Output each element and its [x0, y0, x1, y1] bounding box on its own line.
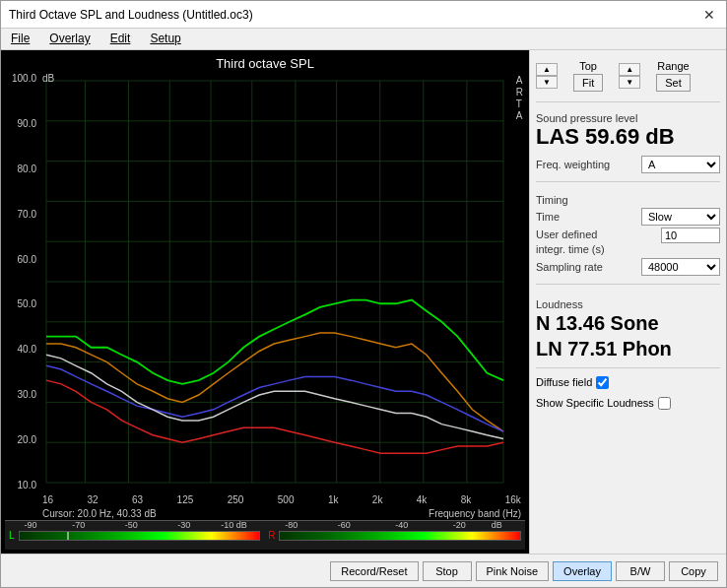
y-label-30: 30.0 — [18, 389, 36, 400]
range-spin-pair: ▲ ▼ — [619, 63, 640, 89]
menu-edit[interactable]: Edit — [104, 31, 137, 47]
y-label-80: 80.0 — [18, 163, 36, 174]
chart-container: Third octave SPL 100.0 90.0 80.0 70.0 60… — [1, 50, 529, 554]
x-1k: 1k — [328, 494, 339, 505]
L-bar: -90 -70 -50 -30 -10 dB — [19, 531, 261, 541]
loudness-ln: LN 77.51 Phon — [536, 336, 720, 361]
x-axis-area: 16 32 63 125 250 500 1k 2k 4k 8k 16k — [5, 492, 525, 507]
top-spin-buttons: ▲ ▼ — [536, 63, 558, 89]
freq-weighting-row: Freq. weighting A B C Z — [536, 156, 720, 173]
timing-section: Timing Time Slow Fast Impulse User defin… — [536, 190, 720, 278]
x-125: 125 — [177, 494, 194, 505]
y-label-100: 100.0 — [12, 73, 36, 84]
time-label: Time — [536, 211, 560, 223]
cursor-label: Cursor: 20.0 Hz, 40.33 dB — [42, 508, 157, 519]
record-reset-button[interactable]: Record/Reset — [330, 561, 418, 581]
y-label-60: 60.0 — [18, 254, 36, 265]
time-select[interactable]: Slow Fast Impulse — [641, 208, 720, 226]
menu-file[interactable]: File — [5, 31, 35, 47]
overlay-button[interactable]: Overlay — [553, 561, 612, 581]
bottom-buttons: Record/Reset Stop Pink Noise Overlay B/W… — [1, 554, 726, 587]
db-bar: L -90 -70 -50 -30 -10 dB R -80 -60 -40 — [5, 520, 525, 550]
title-bar: Third Octave SPL and Loudness (Untitled.… — [1, 1, 726, 29]
sampling-rate-label: Sampling rate — [536, 261, 603, 273]
diffuse-field-row: Diffuse field — [536, 376, 720, 389]
chart-canvas-area: ARTA dB — [38, 71, 525, 492]
divider-2 — [536, 181, 720, 182]
bw-button[interactable]: B/W — [616, 561, 665, 581]
cursor-info: Cursor: 20.0 Hz, 40.33 dB Frequency band… — [5, 507, 525, 520]
fit-button[interactable]: Fit — [573, 74, 603, 92]
sampling-rate-row: Sampling rate 48000 44100 96000 — [536, 258, 720, 276]
menu-bar: File Overlay Edit Setup — [1, 29, 726, 50]
sampling-rate-select[interactable]: 48000 44100 96000 — [641, 258, 720, 276]
diffuse-field-label: Diffuse field — [536, 376, 592, 388]
top-range-controls: ▲ ▼ Top Fit ▲ ▼ Range Set — [536, 56, 720, 96]
x-axis-spacer — [5, 494, 38, 505]
loudness-n: N 13.46 Sone — [536, 310, 720, 336]
top-label: Top — [579, 60, 597, 72]
y-label-50: 50.0 — [18, 298, 36, 309]
diffuse-field-checkbox[interactable] — [596, 376, 609, 389]
stop-button[interactable]: Stop — [423, 561, 472, 581]
L-marker — [67, 532, 69, 540]
user-defined-row: User defined integr. time (s) — [536, 228, 720, 256]
main-window: Third Octave SPL and Loudness (Untitled.… — [0, 0, 727, 588]
top-down-button[interactable]: ▼ — [536, 76, 558, 89]
R-bar: -80 -60 -40 -20 dB — [279, 531, 521, 541]
close-button[interactable]: ✕ — [700, 6, 718, 24]
spl-value: LAS 59.69 dB — [536, 124, 720, 150]
timing-label: Timing — [536, 194, 720, 206]
copy-button[interactable]: Copy — [669, 561, 718, 581]
range-label: Range — [657, 60, 689, 72]
range-down-button[interactable]: ▼ — [619, 76, 640, 89]
chart-inner: Third octave SPL 100.0 90.0 80.0 70.0 60… — [5, 54, 525, 550]
top-label-group: Top Fit — [573, 60, 603, 92]
show-specific-row: Show Specific Loudness — [536, 397, 720, 410]
right-panel: ▲ ▼ Top Fit ▲ ▼ Range Set — [529, 50, 726, 554]
chart-title: Third octave SPL — [5, 54, 525, 71]
user-defined-input[interactable] — [661, 228, 720, 243]
loudness-section: Loudness N 13.46 Sone LN 77.51 Phon — [536, 294, 720, 361]
divider-4 — [536, 367, 720, 368]
window-title: Third Octave SPL and Loudness (Untitled.… — [9, 8, 253, 22]
x-4k: 4k — [417, 494, 428, 505]
loudness-label: Loudness — [536, 298, 720, 310]
top-spin-pair: ▲ ▼ — [536, 63, 558, 89]
set-button[interactable]: Set — [656, 74, 691, 92]
x-8k: 8k — [461, 494, 472, 505]
arta-label: ARTA — [516, 75, 523, 122]
x-16: 16 — [42, 494, 53, 505]
menu-setup[interactable]: Setup — [144, 31, 186, 47]
x-2k: 2k — [372, 494, 383, 505]
freq-weighting-select[interactable]: A B C Z — [641, 156, 720, 173]
range-spin-buttons: ▲ ▼ — [619, 63, 640, 89]
cursor-value: 20.0 Hz, 40.33 dB — [78, 508, 157, 519]
db-axis-label: dB — [42, 73, 54, 84]
divider-3 — [536, 284, 720, 285]
y-label-20: 20.0 — [18, 434, 36, 445]
top-up-button[interactable]: ▲ — [536, 63, 558, 76]
y-label-10: 10.0 — [18, 480, 36, 490]
y-label-40: 40.0 — [18, 344, 36, 355]
show-specific-checkbox[interactable] — [658, 397, 671, 410]
chart-wrapper: 100.0 90.0 80.0 70.0 60.0 50.0 40.0 30.0… — [5, 71, 525, 492]
y-label-70: 70.0 — [18, 209, 36, 220]
show-specific-label: Show Specific Loudness — [536, 397, 654, 409]
y-label-90: 90.0 — [18, 118, 36, 129]
spl-section: Sound pressure level LAS 59.69 dB — [536, 108, 720, 150]
chart-canvas — [38, 71, 525, 492]
freq-band-label: Frequency band (Hz) — [429, 508, 521, 519]
user-defined-label: User defined integr. time (s) — [536, 228, 625, 256]
x-63: 63 — [132, 494, 143, 505]
L-label: L — [9, 530, 15, 541]
spl-section-label: Sound pressure level — [536, 112, 720, 124]
range-label-group: Range Set — [656, 60, 691, 92]
menu-overlay[interactable]: Overlay — [43, 31, 96, 47]
pink-noise-button[interactable]: Pink Noise — [476, 561, 550, 581]
divider-1 — [536, 101, 720, 102]
R-label: R — [268, 530, 275, 541]
y-axis-labels: 100.0 90.0 80.0 70.0 60.0 50.0 40.0 30.0… — [5, 71, 38, 492]
x-500: 500 — [278, 494, 295, 505]
range-up-button[interactable]: ▲ — [619, 63, 640, 76]
